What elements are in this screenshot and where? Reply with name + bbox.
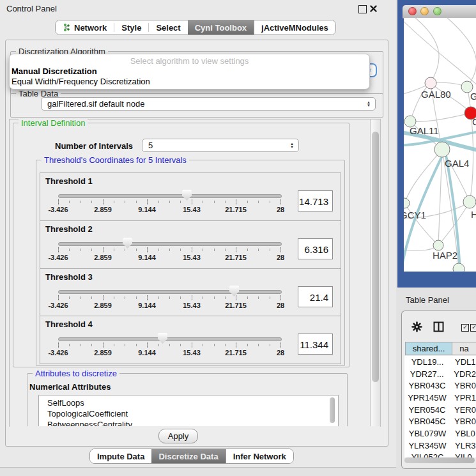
cell: YER0 [450,405,476,415]
tab-jactivemnodules[interactable]: jActiveMNodules [254,20,335,35]
table-row[interactable]: YDR27...YDR2 [404,368,476,380]
apply-button-label: Apply [168,431,189,441]
thresholds-group-label: Threshold's Coordinates for 5 Intervals [42,155,189,165]
table-row[interactable]: YDL19...YDL1 [404,356,476,368]
threshold-4-slider-track[interactable] [58,337,282,341]
tab-network[interactable]: Network [56,20,114,35]
close-traffic-light-icon[interactable] [408,7,417,15]
table-panel-title: Table Panel [406,295,449,305]
table-row[interactable]: YLR345WYLR3 [404,440,476,452]
threshold-2-value-field[interactable]: 6.316 [298,238,333,259]
table-row[interactable]: YBL079WYBL0 [404,427,476,440]
gear-icon[interactable] [411,321,422,332]
algorithm-item-manual[interactable]: Manual Discretization [12,66,97,76]
threshold-1-label: Threshold 1 [45,176,93,186]
column-header-name[interactable]: na [452,342,476,355]
minimize-traffic-light-icon[interactable] [420,7,429,15]
table-data-combo[interactable]: galFiltered.sif default node ▲▼ [41,97,376,111]
cell: YBR043C [404,381,450,390]
checkbox-icon[interactable]: ✓ [470,324,476,332]
node-partial-bottom[interactable] [453,263,464,272]
tab-impute-data[interactable]: Impute Data [90,449,151,463]
tick-label: -3.426 [48,349,68,357]
apply-button[interactable]: Apply [158,429,198,443]
cell: YLR345W [404,441,450,450]
network-window-titlebar[interactable] [403,5,476,19]
slider-ticks [58,344,282,346]
list-item[interactable]: TopologicalCoefficient [39,408,338,419]
threshold-1-slider-track[interactable] [58,194,282,198]
tick-label: 15.43 [183,349,201,357]
table-row[interactable]: YIL052CYIL0 [404,452,476,458]
number-of-intervals-combo[interactable]: 5 ▲▼ [142,139,299,152]
settings-scrollbar-thumb[interactable] [372,132,379,382]
node-gal4[interactable] [434,142,450,157]
tab-cyni-toolbox[interactable]: Cyni Toolbox [188,20,254,35]
threshold-3-value-field[interactable]: 21.4 [298,286,333,307]
tab-select[interactable]: Select [149,20,187,35]
tick-label: 9.144 [138,206,156,213]
tab-discretize-data[interactable]: Discretize Data [151,449,225,463]
threshold-4-label: Threshold 4 [45,319,93,329]
table-horizontal-scrollbar[interactable] [404,457,475,463]
cell: YBR0 [450,381,476,390]
cell: YDL1 [450,357,476,367]
stepper-arrows-icon: ▲▼ [290,142,294,149]
cell: YLR3 [450,441,476,450]
tab-style[interactable]: Style [114,20,148,35]
tick-label: -3.426 [48,302,68,309]
table-row[interactable]: YBR043CYBR0 [404,380,476,392]
node-label: C [472,116,476,127]
tick-label: 2.859 [94,349,112,357]
numerical-attributes-label: Numerical Attributes [29,382,111,392]
threshold-panel-2: Threshold 2 -3.426 2.859 9.144 15.43 21.… [40,220,341,269]
node-gal80[interactable] [425,77,436,89]
tab-network-label: Network [74,23,107,33]
table-row[interactable]: YBR045CYBR0 [404,415,476,427]
tick-label: 28 [277,302,284,309]
tab-jactive-label: jActiveMNodules [261,23,328,33]
tab-infer-network[interactable]: Infer Network [226,449,293,463]
cell: YIL052C [404,452,450,457]
list-item[interactable]: SelfLoops [39,395,338,408]
threshold-1-value-field[interactable]: 14.713 [298,190,333,211]
node-gcy1[interactable] [404,198,410,208]
numerical-attributes-list[interactable]: SelfLoops TopologicalCoefficient Between… [38,395,339,427]
zoom-traffic-light-icon[interactable] [433,7,441,15]
window-title: Control Panel [6,4,57,13]
threshold-4-value-field[interactable]: 11.344 [298,334,333,355]
checkbox-icon[interactable]: ✓ [461,324,469,332]
threshold-3-label: Threshold 3 [45,272,93,282]
cell: YBR045C [404,417,450,426]
column-view-icon[interactable] [433,321,444,332]
float-window-icon[interactable] [358,5,367,13]
tick-label: 15.43 [183,302,201,309]
tick-label: 28 [277,349,284,357]
node-table[interactable]: YDL19...YDL1 YDR27...YDR2 YBR043CYBR0 YP… [404,356,476,457]
node-label: HAP2 [433,250,457,261]
tick-label: 9.144 [138,254,156,261]
tab-select-label: Select [156,23,180,33]
table-row[interactable]: YPR145WYPR1 [404,392,476,404]
node-hap2[interactable] [433,240,443,250]
cell: YDR27... [404,369,449,379]
threshold-panel-3: Threshold 3 -3.426 2.859 9.144 15.43 21.… [40,268,341,317]
top-tab-bar: Network Style Select Cyni Toolbox jActiv… [55,20,336,35]
tick-label: 2.859 [94,254,112,261]
slider-ticks [58,296,282,299]
slider-ticks [58,201,282,203]
cell: YIL0 [450,452,472,457]
table-row[interactable]: YER054CYER0 [404,404,476,416]
tab-impute-label: Impute Data [97,452,144,461]
attributes-list-scrollbar[interactable] [330,397,335,423]
node-h[interactable] [463,196,476,208]
threshold-2-slider-track[interactable] [58,242,282,246]
tick-label: -3.426 [48,254,68,261]
tick-label: 21.715 [225,206,247,213]
cell: YPR145W [404,393,450,403]
threshold-3-slider-track[interactable] [58,290,282,294]
close-icon[interactable] [370,5,377,12]
algorithm-item-equal-width[interactable]: Equal Width/Frequency Discretization [12,77,150,86]
network-canvas[interactable]: GAL80 GA C GAL11 GAL4 GCY1 H HAP2 [404,18,476,272]
column-header-shared-name[interactable]: shared... [405,342,452,355]
